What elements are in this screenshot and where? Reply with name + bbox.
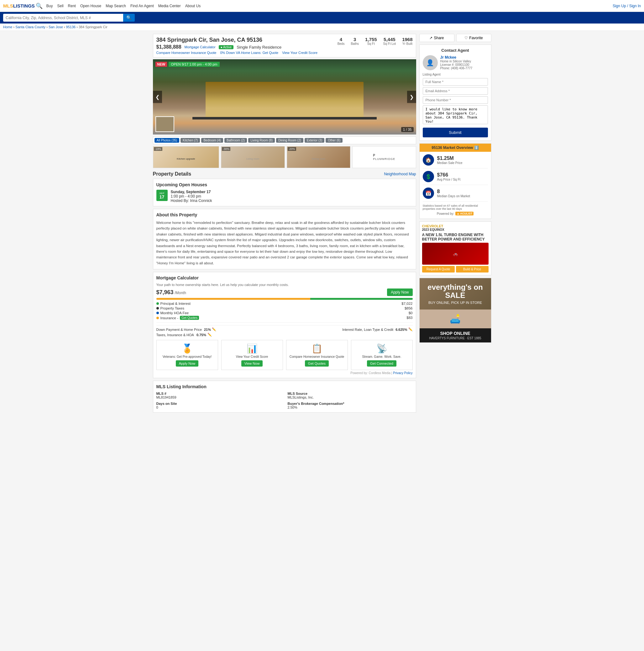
- mortgage-calculator-link[interactable]: Mortgage Calculator: [185, 45, 216, 49]
- ad-item-3[interactable]: -20% Dining room: [287, 146, 351, 168]
- mortgage-row-insurance: Insurance - Get Quotes $83: [156, 316, 413, 320]
- down-payment-edit-icon[interactable]: ✏️: [212, 328, 216, 332]
- dot-green: [156, 302, 159, 305]
- photo-tab-dining-room[interactable]: Dining Room (2): [276, 138, 303, 143]
- nav-open-house[interactable]: Open House: [80, 4, 101, 8]
- interest-rate-label: Interest Rate, Loan Type & Credit: [342, 328, 393, 332]
- cta-insurance-button[interactable]: Get Quotes: [305, 360, 329, 367]
- mortgage-footer: Down Payment & Home Price 21% ✏️ Interes…: [156, 325, 413, 332]
- gallery-thumbnail[interactable]: [155, 116, 174, 132]
- nav-media-center[interactable]: Media Center: [158, 4, 181, 8]
- top-navigation: MLSLISTINGS 🔍 Buy Sell Rent Open House M…: [0, 0, 644, 12]
- havertys-brand: HAVERTYS FURNITURE · EST 1885: [422, 337, 489, 340]
- photo-tab-bedroom[interactable]: Bedroom (4): [201, 138, 223, 143]
- share-button[interactable]: ↗ Share: [419, 34, 454, 42]
- nav-find-agent[interactable]: Find An Agent: [130, 4, 154, 8]
- message-textarea[interactable]: I would like to know more about 384 Spri…: [423, 105, 488, 124]
- ad-item-1[interactable]: -19% Kitchen upgrade: [153, 146, 219, 168]
- search-button[interactable]: 🔍: [123, 14, 135, 22]
- powered-aculist: Powered by: ▲ ACULIST: [423, 212, 488, 215]
- photo-tab-kitchen[interactable]: Kitchen (7): [181, 138, 200, 143]
- chevrolet-buttons: Request A Quote Build & Price: [422, 266, 489, 273]
- va-loan-link[interactable]: 0% Down VA Home Loans: Get Quote: [220, 51, 278, 55]
- property-address: 384 Springpark Cir, San Jose, CA 95136: [156, 37, 334, 43]
- sqft-lot-value: 5,445: [383, 37, 396, 42]
- market-avg-price-row: 💲 $766 Avg Price / Sq Ft: [423, 171, 488, 185]
- taxes-ins-edit-icon[interactable]: ✏️: [207, 333, 212, 337]
- interest-rate-edit-icon[interactable]: ✏️: [408, 328, 413, 332]
- mortgage-progress-bar: [156, 298, 413, 300]
- site-logo: MLSLISTINGS 🔍: [3, 2, 43, 9]
- gallery-prev-button[interactable]: ❮: [153, 91, 162, 103]
- photo-tab-exterior[interactable]: Exterior (3): [304, 138, 324, 143]
- agent-row: 👤 Jr Mckee Home in Silicon Valley Licens…: [423, 55, 488, 70]
- compare-insurance-link[interactable]: Compare Homeowner Insurance Quote: [156, 51, 217, 55]
- logo-listings: LISTINGS: [13, 3, 35, 8]
- cta-stream-button[interactable]: Get Connected: [367, 360, 396, 367]
- mortgage-section: Mortgage Calculator Your path to home ow…: [153, 272, 416, 378]
- photo-tab-living-room[interactable]: Living Room (8): [248, 138, 275, 143]
- mls-info-grid: MLS # ML81941859 MLS Source MLSListings,…: [156, 392, 413, 409]
- breadcrumb-city[interactable]: San Jose: [49, 25, 63, 29]
- full-name-input[interactable]: [423, 78, 488, 86]
- havertys-advertisement: everything's on SALE BUY ONLINE, PICK UP…: [419, 278, 491, 343]
- chevrolet-advertisement: CHEVROLET 2023 EQUINOX A NEW 1.5L TURBO …: [419, 221, 491, 275]
- nav-buy[interactable]: Buy: [46, 4, 53, 8]
- mls-info-title: MLS Listing Information: [156, 384, 413, 389]
- phone-input[interactable]: [423, 96, 488, 104]
- submit-button[interactable]: Submit: [423, 128, 488, 137]
- dot-blue: [156, 312, 159, 314]
- neighborhood-map-link[interactable]: Neighborhood Map: [384, 172, 416, 176]
- get-quotes-badge[interactable]: Get Quotes: [180, 316, 199, 320]
- interest-rate-value: 6.625%: [395, 328, 407, 332]
- buyer-comp-value: 2.50%: [288, 405, 413, 409]
- taxes-ins-row: Taxes, Insurance & HOA 0.75% ✏️: [156, 333, 413, 337]
- ad-item-2[interactable]: -30% Living room: [221, 146, 285, 168]
- chevrolet-model: 2023 EQUINOX: [422, 228, 489, 231]
- year-built-label: Yr Built: [402, 42, 412, 45]
- share-icon: ↗: [429, 36, 432, 40]
- dollar-icon: 💲: [423, 171, 434, 182]
- cta-veterans-button[interactable]: Apply Now: [176, 360, 199, 367]
- chevrolet-build-price-button[interactable]: Build & Price: [456, 266, 489, 273]
- havertys-sale-text: everything's on SALE: [423, 283, 487, 300]
- breadcrumb-zip[interactable]: 95136: [66, 25, 76, 29]
- breadcrumb-home[interactable]: Home: [3, 25, 12, 29]
- avg-price-label: Avg Price / Sq Ft: [437, 178, 461, 181]
- nav-about-us[interactable]: About Us: [185, 4, 200, 8]
- chevrolet-car-image: 🚗: [422, 243, 489, 265]
- email-input[interactable]: [423, 87, 488, 95]
- cta-veterans: 🏅 Veterans: Get Pre-approved Today! Appl…: [156, 340, 218, 370]
- about-section: About this Property Welcome home to this…: [153, 209, 416, 269]
- photo-tab-other[interactable]: Other (6): [326, 138, 343, 143]
- nav-sell[interactable]: Sell: [57, 4, 64, 8]
- car-icon: 🚗: [453, 251, 458, 256]
- breadcrumb-county[interactable]: Santa Clara County: [15, 25, 45, 29]
- gallery-counter: 1 / 35: [401, 127, 414, 132]
- privacy-policy-link[interactable]: Privacy Policy: [393, 371, 412, 375]
- advertisement-row: -19% Kitchen upgrade -30% Living room -2…: [153, 146, 416, 168]
- agent-phone: Phone: (408) 406-7777: [440, 66, 473, 70]
- nav-map-search[interactable]: Map Search: [106, 4, 126, 8]
- sign-in-button[interactable]: Sign Up / Sign In: [613, 4, 641, 8]
- gallery-next-button[interactable]: ❯: [407, 91, 416, 103]
- photo-tab-bathroom[interactable]: Bathroom (2): [224, 138, 247, 143]
- nav-rent[interactable]: Rent: [68, 4, 76, 8]
- new-listing-badge: NEW: [155, 62, 167, 67]
- cta-insurance-label: Compare Homeowner Insurance Quote: [288, 355, 346, 359]
- median-days-value: 8: [437, 189, 471, 194]
- sqft-value: 1,755: [365, 37, 377, 42]
- photo-tab-all[interactable]: All Photos (35): [155, 138, 180, 143]
- market-stats-note: Statistics based on 67 sales of all resi…: [423, 204, 488, 210]
- search-input[interactable]: [3, 14, 123, 22]
- apply-now-button[interactable]: Apply Now: [387, 288, 412, 296]
- cta-credit-button[interactable]: View Now: [241, 360, 263, 367]
- havertys-shop-button[interactable]: SHOP ONLINE: [422, 331, 489, 336]
- favorite-button[interactable]: ♡ Favorite: [456, 34, 491, 42]
- avg-price-value: $766: [437, 172, 461, 178]
- ad-item-logo[interactable]: PPLUMMRIDGE: [352, 146, 416, 168]
- chevrolet-request-quote-button[interactable]: Request A Quote: [422, 266, 455, 273]
- beds-value: 4: [337, 37, 345, 42]
- sqft-label: Sq Ft: [365, 42, 377, 45]
- credit-score-link[interactable]: View Your Credit Score: [282, 51, 318, 55]
